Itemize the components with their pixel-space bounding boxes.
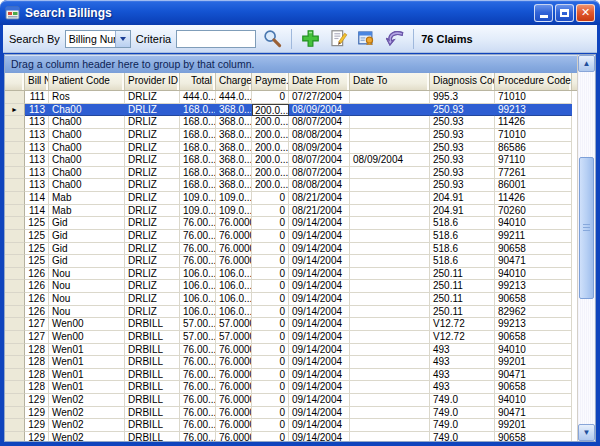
- cell[interactable]: 0: [252, 407, 289, 420]
- cell[interactable]: 368.0...: [216, 104, 252, 117]
- cell[interactable]: DRBILL: [125, 369, 180, 382]
- cell[interactable]: 518.6: [430, 243, 495, 256]
- cell[interactable]: 106.0...: [180, 293, 216, 306]
- table-row[interactable]: 129Wen02DRBILL76.00...76.0000009/14/2004…: [5, 407, 577, 420]
- cell[interactable]: [350, 179, 430, 192]
- table-row[interactable]: 113Cha00DRLIZ168.0...368.0...200.0...08/…: [5, 154, 577, 167]
- column-header-diagnosis-code[interactable]: Diagnosis Code: [430, 73, 495, 90]
- table-row[interactable]: 113Cha00DRLIZ168.0...368.0...200.0...08/…: [5, 142, 577, 155]
- cell[interactable]: 08/07/2004: [289, 116, 350, 129]
- cell[interactable]: 09/14/2004: [289, 356, 350, 369]
- cell[interactable]: [350, 293, 430, 306]
- cell[interactable]: 368.0...: [216, 142, 252, 155]
- cell[interactable]: Wen02: [49, 394, 125, 407]
- cell[interactable]: [350, 394, 430, 407]
- cell[interactable]: 0: [252, 419, 289, 432]
- table-row[interactable]: 127Wen00DRBILL57.00...57.0000009/14/2004…: [5, 331, 577, 344]
- cell[interactable]: 0: [252, 432, 289, 441]
- cell[interactable]: [350, 419, 430, 432]
- cell[interactable]: 57.0000: [216, 318, 252, 331]
- row-selector[interactable]: [5, 331, 25, 344]
- table-row[interactable]: 125GidDRLIZ76.00...76.0000009/14/2004518…: [5, 230, 577, 243]
- row-selector[interactable]: [5, 179, 25, 192]
- cell[interactable]: 90471: [495, 407, 572, 420]
- select-all-header[interactable]: [5, 73, 25, 90]
- column-header-date-from[interactable]: Date From: [289, 73, 350, 90]
- cell[interactable]: 0: [252, 217, 289, 230]
- cell[interactable]: 368.0...: [216, 129, 252, 142]
- table-row[interactable]: 129Wen02DRBILL76.00...76.0000009/14/2004…: [5, 419, 577, 432]
- cell[interactable]: DRBILL: [125, 356, 180, 369]
- cell[interactable]: DRBILL: [125, 419, 180, 432]
- cell[interactable]: 125: [25, 255, 49, 268]
- cell[interactable]: Cha00: [49, 104, 125, 117]
- row-selector[interactable]: [5, 205, 25, 218]
- close-button[interactable]: ✕: [576, 4, 595, 22]
- cell[interactable]: 0: [252, 280, 289, 293]
- cell[interactable]: 08/07/2004: [289, 154, 350, 167]
- cell[interactable]: 250.11: [430, 306, 495, 319]
- cell[interactable]: DRLIZ: [125, 167, 180, 180]
- cell[interactable]: [350, 104, 430, 117]
- cell[interactable]: 09/14/2004: [289, 381, 350, 394]
- row-selector[interactable]: [5, 306, 25, 319]
- cell[interactable]: 749.0: [430, 432, 495, 441]
- row-selector[interactable]: [5, 192, 25, 205]
- cell[interactable]: [350, 243, 430, 256]
- cell[interactable]: 0: [252, 268, 289, 281]
- cell[interactable]: 08/08/2004: [289, 129, 350, 142]
- cell[interactable]: 250.93: [430, 142, 495, 155]
- cell[interactable]: Ros: [49, 91, 125, 104]
- cell[interactable]: 250.11: [430, 280, 495, 293]
- table-row[interactable]: 113Cha00DRLIZ168.0...368.0...200.0...08/…: [5, 179, 577, 192]
- cell[interactable]: V12.72: [430, 318, 495, 331]
- cell[interactable]: 76.0000: [216, 432, 252, 441]
- cell[interactable]: 113: [25, 154, 49, 167]
- send-claim-button[interactable]: [383, 27, 406, 50]
- cell[interactable]: 168.0...: [180, 142, 216, 155]
- cell[interactable]: 128: [25, 381, 49, 394]
- table-row[interactable]: ►113Cha00DRLIZ168.0...368.0...200.0...08…: [5, 104, 577, 117]
- cell[interactable]: DRLIZ: [125, 179, 180, 192]
- cell[interactable]: 106.0...: [180, 306, 216, 319]
- cell[interactable]: 09/14/2004: [289, 419, 350, 432]
- cell[interactable]: 109.0...: [180, 192, 216, 205]
- cell[interactable]: Wen02: [49, 419, 125, 432]
- cell[interactable]: [350, 192, 430, 205]
- cell[interactable]: 86001: [495, 179, 572, 192]
- cell[interactable]: Gid: [49, 243, 125, 256]
- cell[interactable]: Wen02: [49, 432, 125, 441]
- cell[interactable]: 106.0...: [180, 268, 216, 281]
- cell[interactable]: 113: [25, 129, 49, 142]
- cell[interactable]: 57.0000: [216, 331, 252, 344]
- cell[interactable]: Gid: [49, 255, 125, 268]
- cell[interactable]: 749.0: [430, 394, 495, 407]
- cell[interactable]: [350, 356, 430, 369]
- scrollbar-track[interactable]: [578, 72, 595, 424]
- column-header-payme[interactable]: Payme...: [252, 73, 289, 90]
- row-selector[interactable]: [5, 381, 25, 394]
- cell[interactable]: DRLIZ: [125, 129, 180, 142]
- cell[interactable]: 94010: [495, 344, 572, 357]
- cell[interactable]: 109.0...: [216, 205, 252, 218]
- cell[interactable]: [350, 381, 430, 394]
- cell[interactable]: 71010: [495, 129, 572, 142]
- cell[interactable]: 250.93: [430, 167, 495, 180]
- cell[interactable]: Cha00: [49, 167, 125, 180]
- table-row[interactable]: 113Cha00DRLIZ168.0...368.0...200.0...08/…: [5, 167, 577, 180]
- cell[interactable]: 08/21/2004: [289, 192, 350, 205]
- cell[interactable]: Mab: [49, 205, 125, 218]
- row-selector[interactable]: [5, 129, 25, 142]
- row-selector[interactable]: [5, 116, 25, 129]
- cell[interactable]: 493: [430, 356, 495, 369]
- cell[interactable]: Cha00: [49, 142, 125, 155]
- cell[interactable]: 368.0...: [216, 154, 252, 167]
- cell[interactable]: 99213: [495, 104, 572, 117]
- cell[interactable]: 09/14/2004: [289, 243, 350, 256]
- cell[interactable]: 90658: [495, 432, 572, 441]
- cell[interactable]: 250.93: [430, 129, 495, 142]
- cell[interactable]: 0: [252, 344, 289, 357]
- cell[interactable]: 09/14/2004: [289, 255, 350, 268]
- cell[interactable]: 07/27/2004: [289, 91, 350, 104]
- cell[interactable]: 90658: [495, 293, 572, 306]
